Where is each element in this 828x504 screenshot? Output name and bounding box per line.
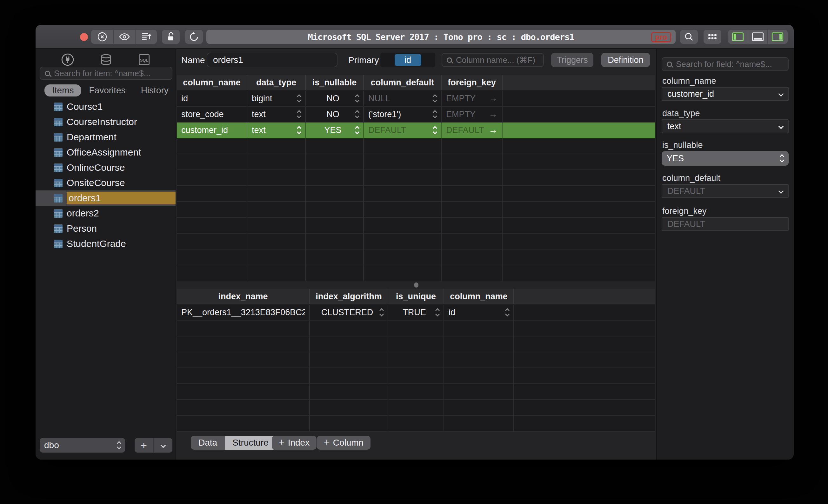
list-item-course1[interactable]: Course1 <box>36 99 175 114</box>
add-index-button[interactable]: + Index <box>272 436 317 450</box>
triggers-button[interactable]: Triggers <box>551 53 593 67</box>
lock-button[interactable] <box>162 30 180 44</box>
inspector-search-field[interactable]: Search for field: ^name$... <box>662 57 789 71</box>
stepper-icon[interactable] <box>356 127 359 134</box>
stepper-icon[interactable] <box>297 127 301 134</box>
cell-data-type[interactable]: bigint <box>252 94 297 103</box>
sidebar-search-placeholder: Search for item: ^name$... <box>54 69 151 78</box>
header-column-name: column_name <box>177 75 247 90</box>
inspector-data-type-select[interactable]: text <box>662 119 789 133</box>
add-item-button[interactable] <box>135 438 153 453</box>
tab-data[interactable]: Data <box>191 436 225 450</box>
table-icon <box>54 118 63 126</box>
pending-changes-button[interactable] <box>135 30 157 44</box>
cell-index-algorithm[interactable]: CLUSTERED <box>314 307 380 318</box>
stepper-icon[interactable] <box>380 309 383 316</box>
tab-structure[interactable]: Structure <box>225 436 276 450</box>
preview-button[interactable] <box>113 30 135 44</box>
column-row-id[interactable]: id bigint NO NULL EMPTY <box>177 91 655 107</box>
cell-column-name[interactable]: customer_id <box>181 125 242 135</box>
panel-splitter[interactable] <box>177 281 655 289</box>
cell-column-default[interactable]: DEFAULT <box>368 125 433 135</box>
global-search-button[interactable] <box>680 30 698 44</box>
column-row-customer-id-selected[interactable]: customer_id text YES DEFAULT DEFAULT <box>177 123 655 138</box>
inspector-column-default-select[interactable]: DEFAULT <box>662 184 789 198</box>
table-name: StudentGrade <box>67 238 126 249</box>
list-item-officeassignment[interactable]: OfficeAssignment <box>36 145 175 160</box>
tab-items[interactable]: Items <box>44 84 81 96</box>
stepper-icon[interactable] <box>433 95 437 102</box>
cell-is-nullable[interactable]: NO <box>310 110 356 119</box>
toggle-bottom-panel-button[interactable] <box>748 30 768 44</box>
stepper-icon[interactable] <box>433 111 437 118</box>
splitter-handle-icon[interactable] <box>414 283 418 288</box>
list-item-courseinstructor[interactable]: CourseInstructor <box>36 114 175 129</box>
add-column-button[interactable]: + Column <box>317 436 371 450</box>
add-item-menu-button[interactable] <box>153 438 172 453</box>
list-item-onsitecourse[interactable]: OnsiteCourse <box>36 175 175 191</box>
sql-editor-icon[interactable]: SQL <box>137 53 151 67</box>
cell-is-nullable[interactable]: NO <box>310 94 356 103</box>
table-name: Course1 <box>67 101 102 112</box>
primary-key-well: id <box>380 53 435 67</box>
stepper-icon[interactable] <box>356 95 359 102</box>
cell-foreign-key[interactable]: DEFAULT <box>446 125 489 135</box>
sidebar-search-field[interactable]: Search for item: ^name$... <box>40 67 172 80</box>
cell-column-default[interactable]: NULL <box>368 94 433 103</box>
stepper-icon[interactable] <box>506 309 509 316</box>
cell-index-column[interactable]: id <box>449 307 506 318</box>
primary-key-chip[interactable]: id <box>395 54 421 66</box>
table-icon <box>54 163 63 172</box>
tab-favorites[interactable]: Favorites <box>81 84 133 96</box>
tab-history[interactable]: History <box>133 84 176 96</box>
disconnect-button[interactable] <box>91 30 113 44</box>
table-list: Course1 CourseInstructor Department Offi… <box>36 99 175 251</box>
cell-index-name[interactable]: PK__orders1__3213E83F06BC2397 <box>181 307 305 318</box>
stepper-icon[interactable] <box>297 111 301 118</box>
cell-column-name[interactable]: store_code <box>181 110 242 119</box>
cell-column-default[interactable]: ('store1') <box>368 110 433 119</box>
list-item-orders1-selected[interactable]: orders1 <box>36 191 175 206</box>
cell-foreign-key[interactable]: EMPTY <box>446 94 489 103</box>
list-arrow-up-icon <box>140 31 152 43</box>
toggle-left-panel-button[interactable] <box>728 30 748 44</box>
schema-select[interactable]: dbo <box>40 438 125 453</box>
inspector-foreign-key-field[interactable]: DEFAULT <box>662 217 789 231</box>
list-item-onlinecourse[interactable]: OnlineCourse <box>36 160 175 175</box>
table-name-input[interactable] <box>207 53 337 67</box>
chevron-down-icon <box>779 124 784 129</box>
plus-icon: + <box>324 436 330 448</box>
inspector-is-nullable-select[interactable]: YES <box>662 151 789 166</box>
column-search-field[interactable]: Column name... (⌘F) <box>442 53 544 67</box>
search-icon <box>684 32 694 42</box>
list-item-studentgrade[interactable]: StudentGrade <box>36 236 175 251</box>
cell-is-nullable[interactable]: YES <box>310 125 356 135</box>
plugins-grid-button[interactable] <box>704 30 721 44</box>
index-row-pk[interactable]: PK__orders1__3213E83F06BC2397 CLUSTERED … <box>177 305 655 321</box>
foreign-key-arrow-icon[interactable] <box>489 93 497 103</box>
stepper-icon[interactable] <box>297 95 301 102</box>
left-panel-icon <box>732 32 744 42</box>
connection-plug-icon[interactable] <box>60 52 75 67</box>
cell-is-unique[interactable]: TRUE <box>393 307 436 318</box>
inspector-column-name-select[interactable]: customer_id <box>662 87 789 101</box>
table-name: Person <box>67 223 97 234</box>
stepper-icon[interactable] <box>433 127 437 134</box>
list-item-orders2[interactable]: orders2 <box>36 206 175 221</box>
list-item-person[interactable]: Person <box>36 221 175 236</box>
column-row-store-code[interactable]: store_code text NO ('store1') EMPTY <box>177 107 655 123</box>
foreign-key-arrow-icon[interactable] <box>489 109 497 119</box>
toggle-right-panel-button[interactable] <box>768 30 787 44</box>
definition-button[interactable]: Definition <box>601 53 650 67</box>
stepper-icon[interactable] <box>436 309 439 316</box>
stepper-icon[interactable] <box>356 111 359 118</box>
close-window-button[interactable] <box>80 33 88 41</box>
cell-data-type[interactable]: text <box>252 110 297 119</box>
refresh-button[interactable] <box>185 30 203 44</box>
foreign-key-arrow-icon[interactable] <box>489 125 497 135</box>
cell-column-name[interactable]: id <box>181 94 242 103</box>
database-icon[interactable] <box>99 52 113 67</box>
cell-foreign-key[interactable]: EMPTY <box>446 110 489 119</box>
cell-data-type[interactable]: text <box>252 125 297 135</box>
list-item-department[interactable]: Department <box>36 129 175 145</box>
